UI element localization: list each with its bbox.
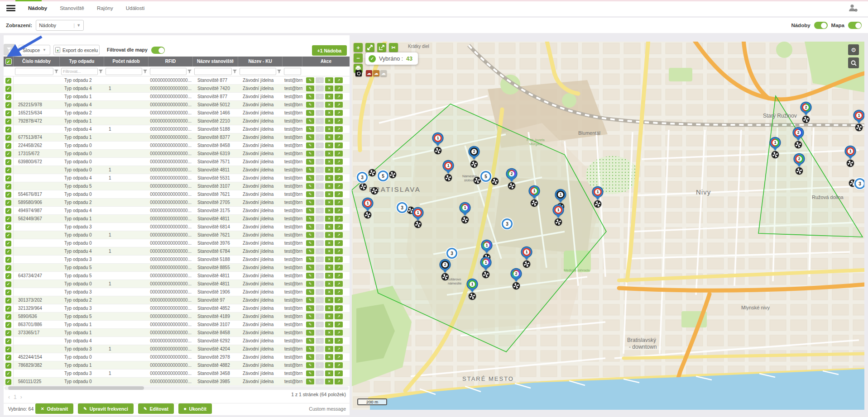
export-excel-button[interactable]: x Export do excelu bbox=[53, 45, 100, 55]
map-wheel-marker[interactable] bbox=[531, 199, 538, 207]
map-wheel-marker[interactable] bbox=[434, 147, 441, 154]
edit-row-button[interactable]: ✎ bbox=[306, 191, 314, 197]
delete-row-button[interactable]: ✕ bbox=[325, 167, 333, 173]
map-cluster-marker[interactable]: 3 bbox=[502, 218, 513, 229]
tab-nadoby[interactable]: Nádoby bbox=[22, 5, 53, 11]
row-checkbox[interactable]: ✓ bbox=[5, 159, 11, 165]
select-all-checkbox[interactable]: ✓ bbox=[5, 58, 12, 65]
map-wheel-marker[interactable] bbox=[474, 177, 481, 184]
map-wheel-marker[interactable] bbox=[491, 178, 499, 185]
mapa-toggle[interactable] bbox=[848, 22, 862, 29]
open-row-button[interactable]: ↗ bbox=[335, 346, 343, 352]
filter-icon[interactable] bbox=[277, 69, 281, 73]
row-checkbox[interactable]: ✓ bbox=[5, 192, 11, 198]
map-pin-marker[interactable]: 1 bbox=[433, 133, 443, 146]
edit-row-button[interactable]: ✎ bbox=[306, 77, 314, 83]
map-pin-marker[interactable]: 2 bbox=[794, 154, 804, 167]
edit-row-button[interactable]: ✎ bbox=[306, 151, 314, 156]
scrollbar-thumb[interactable] bbox=[8, 386, 144, 390]
delete-row-button[interactable]: ✕ bbox=[325, 289, 333, 295]
map-pin-marker[interactable]: 2 bbox=[440, 260, 450, 273]
filter-input-pocet[interactable] bbox=[106, 68, 142, 75]
open-row-button[interactable]: ↗ bbox=[335, 379, 343, 384]
map-wheel-marker[interactable] bbox=[482, 271, 489, 278]
open-row-button[interactable]: ↗ bbox=[335, 159, 343, 165]
open-row-button[interactable]: ↗ bbox=[335, 183, 343, 189]
map-settings-button[interactable]: ⚙ bbox=[848, 44, 859, 55]
delete-row-button[interactable]: ✕ bbox=[325, 362, 333, 368]
row-checkbox[interactable]: ✓ bbox=[5, 249, 11, 255]
open-row-button[interactable]: ↗ bbox=[335, 289, 343, 295]
custom-message-link[interactable]: Custom message bbox=[309, 406, 346, 412]
map-pin-marker[interactable]: 1 bbox=[460, 203, 470, 216]
row-checkbox[interactable]: ✓ bbox=[5, 175, 11, 181]
filter-icon[interactable] bbox=[187, 69, 192, 73]
map-cluster-marker[interactable]: 3 bbox=[446, 248, 457, 259]
delete-row-button[interactable]: ✕ bbox=[325, 354, 333, 360]
edit-row-button[interactable]: ✎ bbox=[306, 175, 314, 181]
edit-row-button[interactable]: ✎ bbox=[306, 232, 314, 238]
row-checkbox[interactable]: ✓ bbox=[5, 102, 11, 108]
delete-row-button[interactable]: ✕ bbox=[325, 379, 333, 384]
row-checkbox[interactable]: ✓ bbox=[5, 306, 11, 312]
map-wheel-marker[interactable] bbox=[802, 116, 810, 123]
delete-row-button[interactable]: ✕ bbox=[325, 159, 333, 165]
tab-rajony[interactable]: Rajóny bbox=[91, 5, 120, 11]
add-container-button[interactable]: +1 Nádoba bbox=[312, 45, 347, 56]
delete-row-button[interactable]: ✕ bbox=[325, 305, 333, 311]
delete-row-button[interactable]: ✕ bbox=[325, 322, 333, 327]
row-checkbox[interactable]: ✓ bbox=[5, 338, 11, 344]
row-checkbox[interactable]: ✓ bbox=[5, 273, 11, 279]
row-checkbox-cell[interactable]: ✓ bbox=[4, 264, 14, 271]
nadoby-toggle[interactable] bbox=[814, 22, 828, 29]
open-row-button[interactable]: ↗ bbox=[335, 126, 343, 132]
layer-orange-button[interactable]: ☁ bbox=[373, 70, 379, 76]
zoom-out-button[interactable]: − bbox=[354, 53, 363, 62]
columns-dropdown-button[interactable]: Sloupce ▼ bbox=[19, 45, 50, 55]
open-row-button[interactable]: ↗ bbox=[335, 142, 343, 148]
map-wheel-marker[interactable] bbox=[772, 151, 779, 158]
edit-row-button[interactable]: ✎ bbox=[306, 216, 314, 222]
edit-row-button[interactable]: ✎ bbox=[306, 362, 314, 368]
footer-button-ukoncit[interactable]: ■Ukončit bbox=[178, 403, 212, 414]
row-checkbox[interactable]: ✓ bbox=[5, 143, 11, 149]
header-rfid[interactable]: RFID bbox=[149, 57, 193, 66]
edit-row-button[interactable]: ✎ bbox=[306, 102, 314, 108]
open-row-button[interactable]: ↗ bbox=[335, 110, 343, 116]
map-pin-marker[interactable]: 2 bbox=[793, 128, 803, 141]
map-panel[interactable]: BRATISLAVASTARÉ MESTONivyBlumentálStarý … bbox=[352, 42, 864, 410]
edit-row-button[interactable]: ✎ bbox=[306, 256, 314, 262]
delete-row-button[interactable]: ✕ bbox=[325, 151, 333, 156]
map-wheel-marker[interactable] bbox=[441, 273, 449, 280]
edit-row-button[interactable]: ✎ bbox=[306, 281, 314, 287]
map-pin-marker[interactable]: 1 bbox=[522, 247, 532, 260]
map-pin-marker[interactable]: 1 bbox=[845, 146, 855, 159]
filter-by-map-toggle[interactable] bbox=[151, 47, 165, 54]
open-row-button[interactable]: ↗ bbox=[335, 338, 343, 344]
page-next-button[interactable]: › bbox=[20, 394, 26, 400]
row-checkbox[interactable]: ✓ bbox=[5, 346, 11, 352]
delete-row-button[interactable]: ✕ bbox=[325, 273, 333, 279]
map-pin-marker[interactable]: 2 bbox=[507, 169, 517, 182]
row-checkbox[interactable]: ✓ bbox=[5, 151, 11, 157]
map-pin-marker[interactable]: 1 bbox=[481, 257, 491, 270]
row-checkbox-cell[interactable]: ✓ bbox=[4, 125, 14, 133]
edit-row-button[interactable]: ✎ bbox=[306, 354, 314, 360]
header-clipped-column[interactable] bbox=[283, 57, 302, 66]
open-row-button[interactable]: ↗ bbox=[335, 322, 343, 327]
open-row-button[interactable]: ↗ bbox=[335, 175, 343, 181]
open-row-button[interactable]: ↗ bbox=[335, 313, 343, 319]
cut-selection-button[interactable]: ✂ bbox=[389, 43, 398, 52]
row-checkbox[interactable]: ✓ bbox=[5, 208, 11, 214]
filter-input-cislo[interactable] bbox=[15, 68, 53, 75]
row-checkbox-cell[interactable]: ✓ bbox=[4, 313, 14, 320]
open-row-button[interactable]: ↗ bbox=[335, 216, 343, 222]
delete-row-button[interactable]: ✕ bbox=[325, 191, 333, 197]
row-checkbox-cell[interactable]: ✓ bbox=[4, 142, 14, 149]
hamburger-menu-icon[interactable] bbox=[6, 5, 15, 11]
map-wheel-marker[interactable] bbox=[795, 141, 802, 148]
open-row-button[interactable]: ↗ bbox=[335, 77, 343, 83]
row-checkbox[interactable]: ✓ bbox=[5, 265, 11, 271]
tab-udalosti[interactable]: Události bbox=[120, 5, 151, 11]
open-row-button[interactable]: ↗ bbox=[335, 305, 343, 311]
